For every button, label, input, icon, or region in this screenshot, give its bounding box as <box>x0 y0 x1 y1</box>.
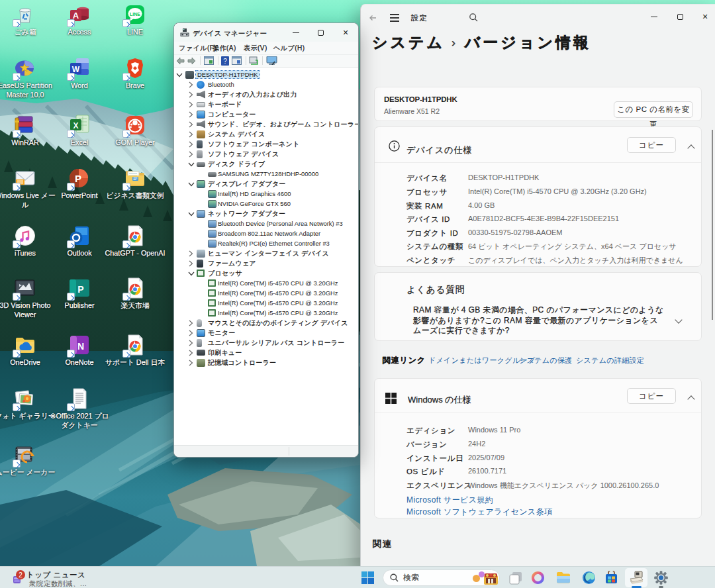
svg-text:2: 2 <box>19 571 23 579</box>
svg-text:LINE: LINE <box>130 12 140 17</box>
svg-text:P: P <box>75 173 81 184</box>
svg-text:N: N <box>77 341 84 352</box>
svg-text:P: P <box>77 284 83 295</box>
svg-text:?: ? <box>223 58 227 65</box>
svg-text:X: X <box>73 121 78 130</box>
